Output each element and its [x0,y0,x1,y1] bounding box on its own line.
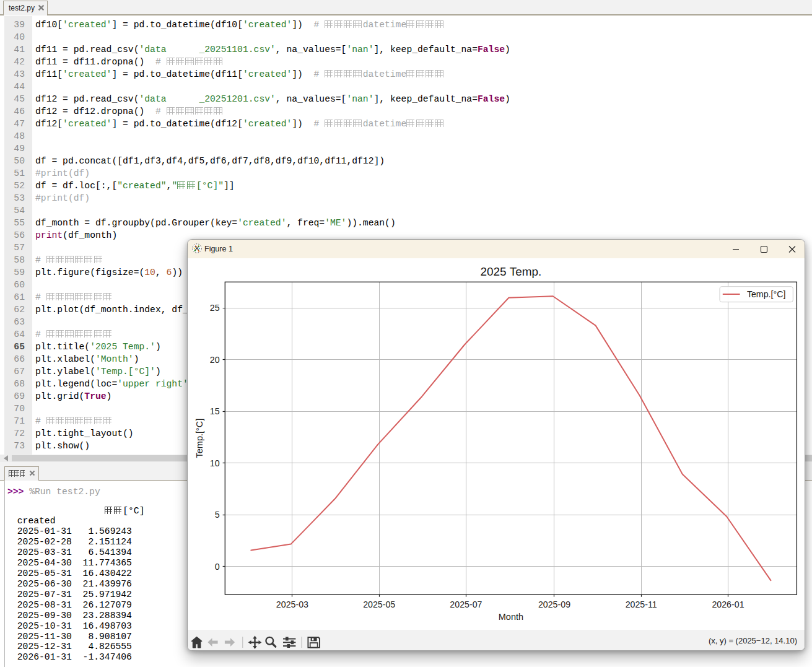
svg-text:2025-03: 2025-03 [276,599,308,609]
svg-text:15: 15 [210,406,220,416]
svg-text:0: 0 [215,562,220,572]
svg-text:25: 25 [210,303,220,313]
svg-text:2025-11: 2025-11 [626,599,657,609]
svg-text:20: 20 [210,355,220,365]
svg-text:2025-07: 2025-07 [450,599,482,609]
svg-text:Temp.[°C]: Temp.[°C] [747,289,785,299]
svg-text:5: 5 [215,510,220,520]
svg-text:2025-05: 2025-05 [363,599,395,609]
svg-text:Temp.[°C]: Temp.[°C] [194,419,204,458]
svg-text:10: 10 [210,458,220,468]
svg-text:2026-01: 2026-01 [712,599,744,609]
svg-text:2025-09: 2025-09 [538,599,570,609]
svg-text:Month: Month [499,612,523,622]
svg-text:2025 Temp.: 2025 Temp. [480,265,541,278]
